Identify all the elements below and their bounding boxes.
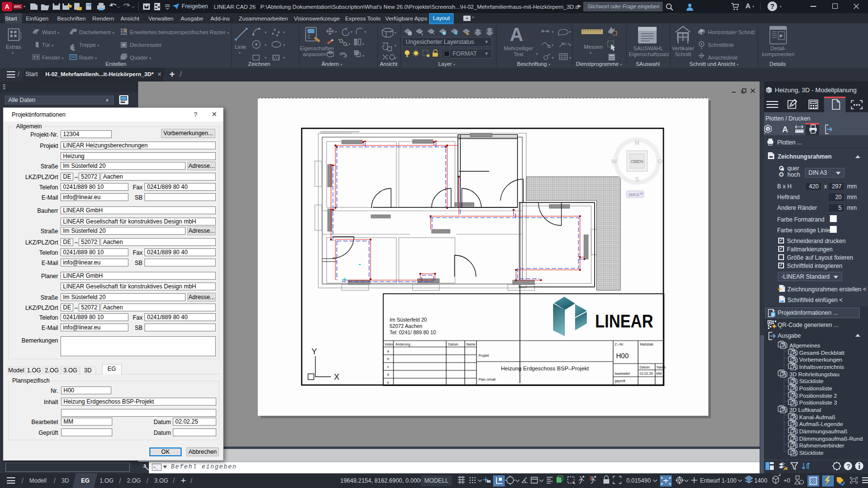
svg-text:MM: MM: [656, 372, 662, 375]
svg-text:Z.–Nr.: Z.–Nr.: [615, 343, 624, 346]
svg-text:▾: ▾: [265, 56, 267, 60]
svg-text:▾: ▾: [364, 30, 366, 34]
svg-text:▾: ▾: [265, 30, 267, 35]
svg-text:▾: ▾: [335, 30, 337, 34]
svg-text:Entwurf 1-100: Entwurf 1-100: [700, 477, 737, 484]
svg-text:e: e: [387, 381, 389, 384]
svg-text:▾: ▾: [283, 56, 285, 60]
svg-text:Tel: 0241/ 889 80 10: Tel: 0241/ 889 80 10: [390, 329, 436, 335]
svg-text:H00: H00: [616, 352, 629, 360]
svg-text:▾: ▾: [349, 42, 351, 46]
svg-text:▾: ▾: [283, 43, 285, 47]
svg-text:▾: ▾: [394, 43, 396, 48]
svg-text:?: ?: [847, 463, 850, 470]
svg-text:▾: ▾: [362, 54, 364, 58]
svg-text:WKS: WKS: [629, 192, 640, 197]
svg-text:Datum: Datum: [448, 343, 458, 346]
svg-text:b: b: [387, 357, 389, 361]
svg-text:▾: ▾: [569, 30, 571, 34]
svg-text:Heizung Erdgeschoss BSP–Proj: Heizung Erdgeschoss BSP–Projekt: [501, 366, 589, 371]
svg-text:1400: 1400: [754, 477, 767, 484]
svg-text:a: a: [387, 349, 389, 353]
svg-text:+0: +0: [784, 477, 790, 484]
svg-text:Projekt: Projekt: [478, 354, 489, 358]
svg-text:▾: ▾: [552, 43, 554, 47]
svg-text:Datum: Datum: [640, 366, 650, 369]
svg-text:52072 Aachen: 52072 Aachen: [390, 323, 422, 329]
svg-text:bearbeitet: bearbeitet: [615, 372, 630, 375]
svg-text:▾: ▾: [362, 42, 364, 46]
svg-text:d: d: [387, 373, 389, 376]
svg-text:▾: ▾: [351, 30, 352, 34]
svg-text:S: S: [635, 176, 640, 183]
svg-text:geprüft: geprüft: [615, 379, 625, 383]
svg-text:A: A: [782, 125, 788, 134]
svg-text:OBEN: OBEN: [631, 159, 643, 164]
svg-text:Index: Index: [385, 343, 393, 346]
svg-text:O: O: [658, 158, 662, 165]
svg-text:W: W: [611, 158, 618, 165]
svg-text:Im Süsterfeld 20: Im Süsterfeld 20: [390, 317, 427, 323]
svg-text:▾: ▾: [265, 43, 267, 47]
svg-text:Name: Name: [657, 366, 666, 369]
svg-text:▾: ▾: [394, 56, 396, 61]
svg-text:▾: ▾: [394, 31, 396, 35]
svg-text:03-A: 03-A: [563, 42, 570, 45]
svg-text:1: 1: [767, 127, 769, 131]
svg-text:LINEAR: LINEAR: [595, 311, 653, 331]
svg-text:Maßstab: Maßstab: [640, 343, 653, 346]
svg-text:Änderung: Änderung: [395, 343, 410, 346]
svg-text:c: c: [387, 365, 389, 368]
svg-text:Name: Name: [466, 343, 475, 346]
svg-text:▾: ▾: [552, 56, 554, 60]
svg-text:Y: Y: [311, 347, 317, 356]
svg-text:02.02.25: 02.02.25: [640, 372, 653, 375]
svg-text:▾: ▾: [552, 30, 554, 34]
svg-text:X: X: [334, 372, 339, 382]
svg-text:▾: ▾: [569, 56, 571, 60]
svg-text:▾: ▾: [569, 43, 571, 47]
svg-text:N: N: [635, 139, 639, 146]
svg-text:0.015490: 0.015490: [626, 477, 651, 484]
svg-text:▾: ▾: [283, 30, 285, 35]
svg-text:Plan–Inhalt: Plan–Inhalt: [478, 378, 496, 381]
